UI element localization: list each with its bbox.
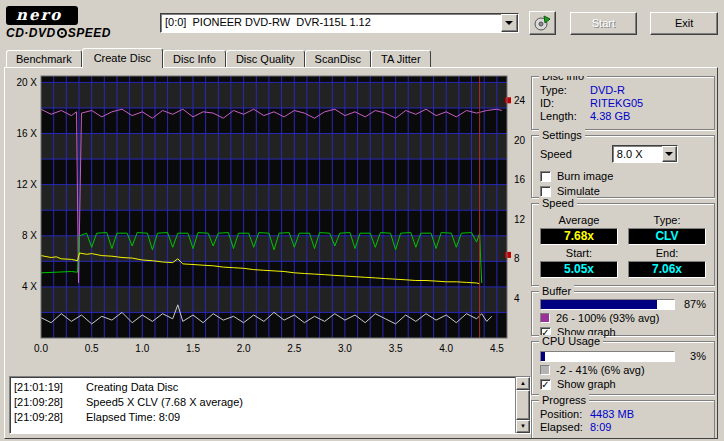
- tab-disc-quality[interactable]: Disc Quality: [226, 50, 305, 67]
- disc-icon: [57, 28, 67, 38]
- drive-select-value: [0:0] PIONEER DVD-RW DVR-115L 1.12: [161, 14, 501, 32]
- nero-wordmark: nero: [6, 6, 78, 25]
- drive-select-dropdown-button[interactable]: [501, 14, 518, 32]
- info-row: ID:RITEKG05: [540, 97, 706, 110]
- tab-scandisc[interactable]: ScanDisc: [305, 50, 371, 67]
- info-value: 8:09: [590, 421, 706, 434]
- logo-speed-text: SPEED: [68, 26, 111, 40]
- logo-cd-dvd-text: CD·DVD: [6, 26, 56, 40]
- scrollbar-down-button[interactable]: ▼: [516, 420, 530, 433]
- buffer-color-swatch: [540, 313, 550, 323]
- info-key: Length:: [540, 110, 590, 123]
- svg-text:4.5: 4.5: [490, 343, 504, 354]
- log-timestamp: [21:01:19]: [14, 380, 86, 395]
- svg-text:1.5: 1.5: [186, 343, 200, 354]
- info-key: Elapsed:: [540, 421, 590, 434]
- tab-create-disc[interactable]: Create Disc: [82, 48, 163, 68]
- svg-text:24: 24: [514, 95, 526, 106]
- chevron-down-icon: [505, 21, 513, 29]
- svg-text:12: 12: [514, 214, 526, 225]
- tab-benchmark[interactable]: Benchmark: [6, 50, 82, 67]
- settings-title: Settings: [539, 129, 585, 141]
- tab-disc-info[interactable]: Disc Info: [163, 50, 226, 67]
- svg-text:8: 8: [514, 253, 520, 264]
- log-scrollbar[interactable]: ▲ ▼: [515, 377, 530, 433]
- log-line: [21:01:19]Creating Data Disc: [14, 380, 513, 395]
- log-lines: [21:01:19]Creating Data Disc[21:09:28]Sp…: [10, 377, 515, 433]
- log-line: [21:09:28]Elapsed Time: 8:09: [14, 410, 513, 425]
- speed-panel: Speed Average Type: 7.68x CLV Start: End…: [531, 203, 715, 286]
- svg-text:20: 20: [514, 135, 526, 146]
- log-text: Speed5 X CLV (7.68 X average): [86, 396, 243, 408]
- progress-title: Progress: [539, 394, 589, 406]
- info-value: 4.38 GB: [590, 110, 706, 123]
- buffer-range-label: 26 - 100% (93% avg): [556, 311, 659, 325]
- eject-disc-button[interactable]: [529, 11, 556, 35]
- settings-panel: Settings Speed 8.0 X Burn imageSimulate: [531, 135, 715, 198]
- info-row: Position:4483 MB: [540, 408, 706, 421]
- cpu-show-graph[interactable]: ✓ Show graph: [540, 377, 706, 392]
- svg-text:3.5: 3.5: [389, 343, 403, 354]
- type-label: Type:: [628, 214, 706, 226]
- disc-info-panel: Disc info Type:DVD-RID:RITEKG05Length:4.…: [531, 76, 715, 130]
- cpu-usage-panel: CPU Usage 3% -2 - 41% (6% avg) ✓ Show gr…: [531, 341, 715, 395]
- buffer-title: Buffer: [539, 285, 574, 297]
- info-value: 4483 MB: [590, 408, 706, 421]
- cpu-show-graph-label: Show graph: [557, 377, 616, 392]
- checkbox[interactable]: [540, 186, 551, 197]
- checkbox[interactable]: [540, 171, 551, 182]
- start-label: Start:: [540, 247, 618, 259]
- progress-rows: Position:4483 MBElapsed:8:09: [532, 401, 714, 437]
- cpu-percent: 3%: [680, 350, 706, 362]
- speed-select[interactable]: 8.0 X: [612, 145, 678, 163]
- svg-text:2.0: 2.0: [237, 343, 251, 354]
- end-label: End:: [628, 247, 706, 259]
- info-row: Elapsed:8:09: [540, 421, 706, 434]
- create-disc-tab-content: 20 X16 X12 X8 X4 X24201612840.00.51.01.5…: [4, 67, 718, 439]
- svg-text:4: 4: [514, 293, 520, 304]
- speed-select-label: Speed: [540, 148, 572, 160]
- exit-button[interactable]: Exit: [650, 12, 718, 35]
- settings-checkboxes: Burn imageSimulate: [540, 169, 706, 199]
- start-button[interactable]: Start: [570, 12, 638, 35]
- average-speed-display: 7.68x: [540, 228, 618, 245]
- cpu-range-label: -2 - 41% (6% avg): [556, 363, 645, 377]
- log-line: [21:09:28]Speed5 X CLV (7.68 X average): [14, 395, 513, 410]
- speed-select-dropdown-button[interactable]: [662, 146, 677, 162]
- scrollbar-thumb[interactable]: [516, 390, 530, 420]
- start-speed-display: 5.05x: [540, 261, 618, 278]
- disc-tool-icon: [533, 15, 551, 31]
- info-row: Length:4.38 GB: [540, 110, 706, 123]
- check-icon: ✓: [541, 380, 549, 389]
- svg-text:4.0: 4.0: [439, 343, 453, 354]
- cpu-usage-title: CPU Usage: [539, 335, 603, 347]
- info-key: Type:: [540, 84, 590, 97]
- buffer-percent: 87%: [680, 298, 706, 310]
- tab-bar: BenchmarkCreate DiscDisc InfoDisc Qualit…: [6, 47, 431, 67]
- svg-text:12 X: 12 X: [16, 179, 37, 190]
- checkbox-row-burn-image[interactable]: Burn image: [540, 169, 706, 184]
- scrollbar-up-button[interactable]: ▲: [516, 377, 530, 390]
- speed-select-value: 8.0 X: [613, 146, 662, 162]
- disc-info-rows: Type:DVD-RID:RITEKG05Length:4.38 GB: [532, 77, 714, 126]
- chevron-down-icon: [665, 152, 673, 160]
- progress-panel: Progress Position:4483 MBElapsed:8:09: [531, 400, 715, 438]
- drive-select[interactable]: [0:0] PIONEER DVD-RW DVR-115L 1.12: [160, 13, 519, 33]
- svg-text:0.5: 0.5: [85, 343, 99, 354]
- buffer-bar-fill: [541, 300, 657, 309]
- tab-ta-jitter[interactable]: TA Jitter: [371, 50, 431, 67]
- disc-info-title: Disc info: [539, 76, 587, 82]
- cpu-show-graph-checkbox[interactable]: ✓: [540, 379, 551, 390]
- cd-dvd-speed-wordmark: CD·DVD SPEED: [6, 26, 128, 40]
- info-value: DVD-R: [590, 84, 706, 97]
- buffer-progress-bar: [540, 299, 675, 310]
- buffer-panel: Buffer 87% 26 - 100% (93% avg) ✓ Show gr…: [531, 291, 715, 336]
- cpu-color-swatch: [540, 365, 550, 375]
- speed-type-display: CLV: [628, 228, 706, 245]
- svg-text:3.0: 3.0: [338, 343, 352, 354]
- cpu-progress-bar: [540, 351, 675, 362]
- svg-text:2.5: 2.5: [287, 343, 301, 354]
- info-row: Type:DVD-R: [540, 84, 706, 97]
- nero-logo: nero CD·DVD SPEED: [6, 6, 128, 40]
- log-text: Elapsed Time: 8:09: [86, 411, 180, 423]
